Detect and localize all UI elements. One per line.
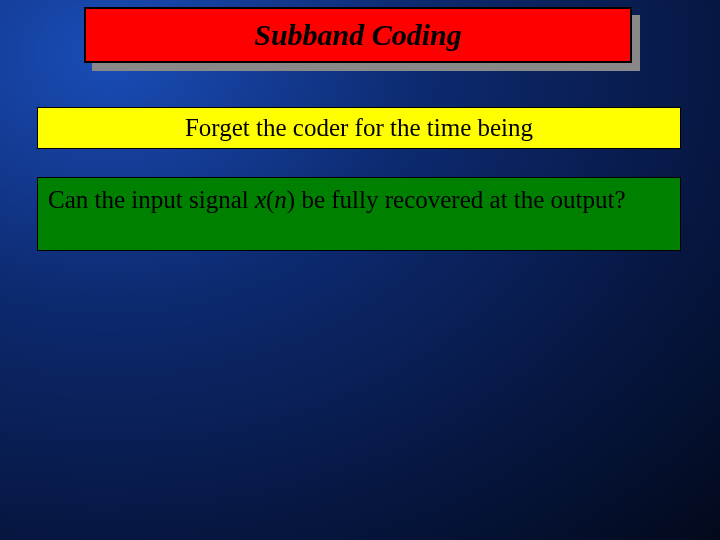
paren-right: ) [287, 186, 295, 213]
subtitle-box: Forget the coder for the time being [37, 107, 681, 149]
variable-n: n [274, 186, 287, 213]
slide-title: Subband Coding [254, 18, 462, 52]
question-post: be fully recovered at the output? [295, 186, 625, 213]
title-box: Subband Coding [84, 7, 632, 63]
question-box: Can the input signal x(n) be fully recov… [37, 177, 681, 251]
variable-x: x [255, 186, 266, 213]
question-text: Can the input signal x(n) be fully recov… [48, 184, 670, 215]
question-pre: Can the input signal [48, 186, 255, 213]
subtitle-text: Forget the coder for the time being [185, 114, 533, 142]
